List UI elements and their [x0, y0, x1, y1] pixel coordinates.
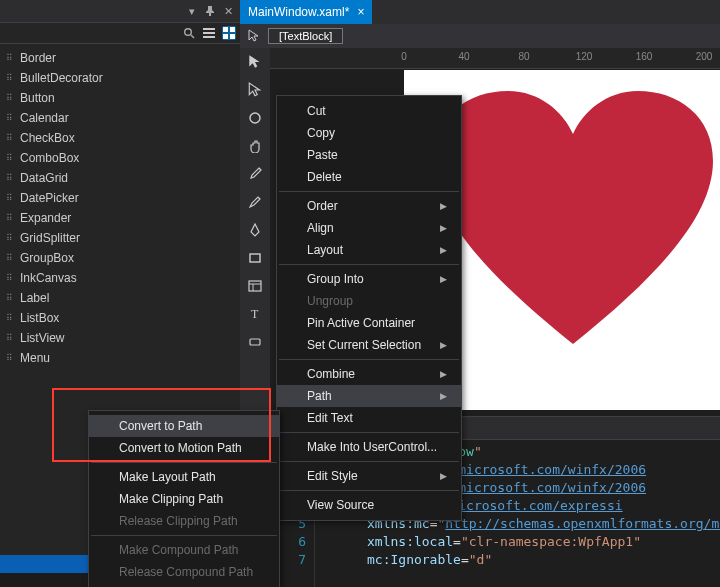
toolbox-item-label: ListBox [20, 311, 59, 325]
drag-handle-icon: ⠿ [6, 73, 14, 83]
svg-rect-10 [250, 254, 260, 262]
menu-item-label: View Source [307, 498, 374, 512]
menu-item[interactable]: Order▶ [277, 195, 461, 217]
menu-item-label: Convert to Motion Path [119, 441, 242, 455]
svg-rect-6 [230, 27, 235, 32]
menu-item-label: Set Current Selection [307, 338, 421, 352]
toolbox-item[interactable]: ⠿ComboBox [2, 148, 240, 168]
menu-item[interactable]: Make Into UserControl... [277, 436, 461, 458]
pin-icon[interactable] [204, 5, 216, 17]
menu-item[interactable]: Align▶ [277, 217, 461, 239]
menu-item[interactable]: Edit Style▶ [277, 465, 461, 487]
menu-separator [279, 461, 459, 462]
menu-separator [279, 264, 459, 265]
text-tool-icon[interactable]: T [244, 304, 266, 324]
menu-item[interactable]: Group Into▶ [277, 268, 461, 290]
menu-item[interactable]: Convert to Path [89, 415, 279, 437]
toolbox-item[interactable]: ⠿GroupBox [2, 248, 240, 268]
menu-item-label: Make Layout Path [119, 470, 216, 484]
toolbox-item[interactable]: ⠿Calendar [2, 108, 240, 128]
controls-tool-icon[interactable] [244, 332, 266, 352]
list-view-icon[interactable] [202, 26, 216, 40]
svg-rect-3 [203, 32, 215, 34]
menu-item[interactable]: Path▶ [277, 385, 461, 407]
toolbox-item[interactable]: ⠿Label [2, 288, 240, 308]
grid-view-icon[interactable] [222, 26, 236, 40]
toolbox-item[interactable]: ⠿ListView [2, 328, 240, 348]
toolbox-item[interactable]: ⠿CheckBox [2, 128, 240, 148]
toolbox-item[interactable]: ⠿Border [2, 48, 240, 68]
submenu-arrow-icon: ▶ [440, 274, 447, 284]
submenu-arrow-icon: ▶ [440, 223, 447, 233]
menu-item[interactable]: Cut [277, 100, 461, 122]
search-icon[interactable] [182, 26, 196, 40]
menu-item-label: Combine [307, 367, 355, 381]
toolbox-item-label: ListView [20, 331, 64, 345]
toolbox-item[interactable]: ⠿GridSplitter [2, 228, 240, 248]
toolbox-item[interactable]: ⠿Expander [2, 208, 240, 228]
pen-tool-icon[interactable] [244, 220, 266, 240]
rectangle-tool-icon[interactable] [244, 248, 266, 268]
toolbox-item[interactable]: ⠿Menu [2, 348, 240, 368]
document-tab[interactable]: MainWindow.xaml* × [240, 0, 372, 24]
drag-handle-icon: ⠿ [6, 273, 14, 283]
menu-item[interactable]: Edit Text [277, 407, 461, 429]
submenu-arrow-icon: ▶ [440, 340, 447, 350]
eyedropper-tool-icon[interactable] [244, 164, 266, 184]
layout-tool-icon[interactable] [244, 276, 266, 296]
toolbox-item[interactable]: ⠿DataGrid [2, 168, 240, 188]
toolbox-item-label: Button [20, 91, 55, 105]
drag-handle-icon: ⠿ [6, 293, 14, 303]
breadcrumb-item[interactable]: [TextBlock] [268, 28, 343, 44]
menu-item[interactable]: Set Current Selection▶ [277, 334, 461, 356]
pan-tool-icon[interactable] [244, 136, 266, 156]
drag-handle-icon: ⠿ [6, 133, 14, 143]
select-tool-icon[interactable] [244, 52, 266, 72]
submenu-arrow-icon: ▶ [440, 201, 447, 211]
toolbox-search-row [0, 23, 240, 44]
dropdown-arrow-icon[interactable]: ▾ [186, 5, 198, 17]
menu-separator [91, 535, 277, 536]
menu-item[interactable]: View Source [277, 494, 461, 516]
close-icon[interactable]: ✕ [222, 5, 234, 17]
ruler-tick: 120 [576, 51, 593, 62]
submenu-arrow-icon: ▶ [440, 369, 447, 379]
pointer-icon[interactable] [246, 29, 262, 43]
svg-line-1 [191, 35, 194, 38]
ellipse-tool-icon[interactable] [244, 108, 266, 128]
menu-item-label: Delete [307, 170, 342, 184]
toolbox-item[interactable]: ⠿ListBox [2, 308, 240, 328]
menu-separator [279, 359, 459, 360]
submenu-arrow-icon: ▶ [440, 245, 447, 255]
submenu-arrow-icon: ▶ [440, 391, 447, 401]
menu-item[interactable]: Convert to Motion Path [89, 437, 279, 459]
direct-select-icon[interactable] [244, 80, 266, 100]
toolbox-item[interactable]: ⠿BulletDecorator [2, 68, 240, 88]
drag-handle-icon: ⠿ [6, 313, 14, 323]
drag-handle-icon: ⠿ [6, 353, 14, 363]
toolbox-item[interactable]: ⠿InkCanvas [2, 268, 240, 288]
menu-item[interactable]: Make Clipping Path [89, 488, 279, 510]
menu-item[interactable]: Delete [277, 166, 461, 188]
toolbox-item[interactable]: ⠿DatePicker [2, 188, 240, 208]
menu-item-label: Pin Active Container [307, 316, 415, 330]
svg-point-9 [250, 113, 260, 123]
menu-item[interactable]: Paste [277, 144, 461, 166]
menu-item: Release Clipping Path [89, 510, 279, 532]
designer-tool-strip: T [240, 48, 271, 415]
menu-item-label: Cut [307, 104, 326, 118]
breadcrumb: [TextBlock] [240, 24, 720, 49]
menu-item[interactable]: Make Layout Path [89, 466, 279, 488]
menu-item[interactable]: Copy [277, 122, 461, 144]
heart-shape[interactable] [428, 86, 718, 356]
toolbox-item[interactable]: ⠿Button [2, 88, 240, 108]
svg-rect-15 [250, 339, 260, 345]
menu-item[interactable]: Layout▶ [277, 239, 461, 261]
menu-item[interactable]: Pin Active Container [277, 312, 461, 334]
svg-rect-8 [230, 34, 235, 39]
menu-item[interactable]: Combine▶ [277, 363, 461, 385]
document-tab-close-icon[interactable]: × [357, 5, 364, 19]
brush-tool-icon[interactable] [244, 192, 266, 212]
toolbox-item-label: InkCanvas [20, 271, 77, 285]
toolbox-list: ⠿Border⠿BulletDecorator⠿Button⠿Calendar⠿… [0, 44, 240, 370]
